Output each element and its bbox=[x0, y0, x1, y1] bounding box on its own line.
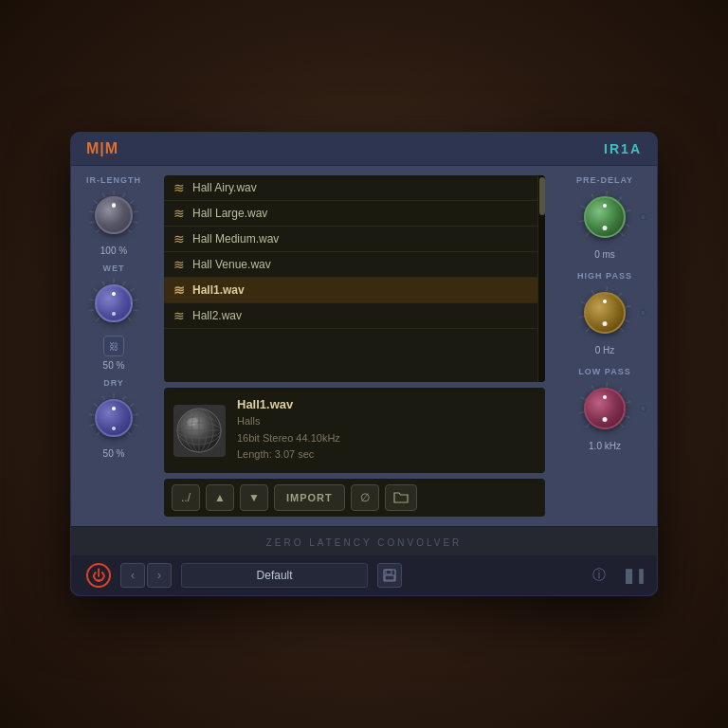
wet-knob-wrapper bbox=[87, 277, 140, 330]
prev-button[interactable]: ‹ bbox=[120, 563, 145, 588]
waveform-icon: ≋ bbox=[173, 206, 185, 221]
dry-knob-wrapper bbox=[87, 391, 140, 445]
pre-delay-knob[interactable] bbox=[584, 196, 626, 238]
preview-name: Hall1.wav bbox=[237, 397, 536, 411]
svg-line-13 bbox=[89, 300, 94, 300]
file-name: Hall Large.wav bbox=[192, 207, 267, 220]
waveform-icon: ≋ bbox=[173, 308, 185, 323]
pre-delay-section: PRE-DELAY bbox=[576, 175, 633, 260]
preset-input[interactable] bbox=[181, 563, 368, 588]
info-button[interactable]: ⓘ bbox=[587, 563, 611, 588]
power-button[interactable]: ⏻ bbox=[86, 563, 111, 588]
led-indicator bbox=[640, 406, 646, 412]
file-list: ≋ Hall Airy.wav ≋ Hall Large.wav ≋ Hall … bbox=[164, 175, 545, 382]
svg-line-26 bbox=[102, 396, 104, 400]
low-pass-section: LOW PASS bbox=[576, 367, 633, 451]
wet-label: WET bbox=[103, 264, 125, 273]
svg-line-0 bbox=[97, 229, 100, 233]
wet-section: WET bbox=[87, 264, 140, 371]
file-name: Hall1.wav bbox=[192, 283, 245, 297]
led-indicator bbox=[640, 310, 646, 317]
svg-rect-69 bbox=[386, 570, 391, 574]
dry-knob[interactable] bbox=[95, 399, 133, 437]
low-pass-knob-wrapper bbox=[576, 380, 633, 437]
low-pass-value: 1.0 kHz bbox=[589, 441, 621, 451]
waveform-icon: ≋ bbox=[173, 180, 185, 195]
save-icon bbox=[383, 569, 396, 582]
svg-line-55 bbox=[618, 293, 622, 298]
svg-line-31 bbox=[133, 424, 137, 426]
svg-line-59 bbox=[586, 424, 590, 428]
waveform-icon: ≋ bbox=[173, 282, 185, 298]
logo: M|M bbox=[86, 140, 118, 157]
up-button[interactable]: ▲ bbox=[206, 484, 234, 511]
list-item[interactable]: ≋ Hall Airy.wav bbox=[164, 175, 537, 201]
svg-line-50 bbox=[586, 328, 590, 332]
scroll-thumb[interactable] bbox=[539, 177, 545, 215]
svg-line-57 bbox=[625, 320, 630, 322]
down-button[interactable]: ▼ bbox=[240, 484, 268, 511]
back-button[interactable]: ../ bbox=[172, 484, 200, 511]
svg-line-67 bbox=[620, 424, 624, 428]
svg-line-19 bbox=[134, 300, 138, 300]
list-item-selected[interactable]: ≋ Hall1.wav bbox=[164, 278, 537, 303]
svg-line-46 bbox=[618, 197, 622, 202]
file-list-scroll[interactable]: ≋ Hall Airy.wav ≋ Hall Large.wav ≋ Hall … bbox=[164, 175, 537, 382]
preview-category: Halls bbox=[237, 413, 536, 430]
file-name: Hall Medium.wav bbox=[192, 232, 279, 246]
waveform-icon: ≋ bbox=[173, 231, 185, 246]
list-item[interactable]: ≋ Hall2.wav bbox=[164, 303, 537, 329]
signal-meter: ▐▌▐ bbox=[621, 569, 642, 583]
svg-line-4 bbox=[102, 193, 104, 197]
bottom-bar: ZERO LATENCY CONVOLVER bbox=[71, 526, 657, 555]
scrollbar[interactable] bbox=[537, 175, 545, 382]
svg-line-11 bbox=[97, 318, 100, 321]
link-button[interactable]: ⛓ bbox=[103, 336, 124, 356]
pre-delay-value: 0 ms bbox=[594, 249, 615, 260]
preview-length: Length: 3.07 sec bbox=[237, 446, 536, 464]
left-panel: IR-LENGTH bbox=[71, 166, 156, 526]
svg-line-17 bbox=[123, 282, 125, 285]
folder-button[interactable] bbox=[385, 484, 417, 511]
folder-icon bbox=[393, 491, 409, 504]
svg-line-56 bbox=[625, 306, 630, 308]
list-item[interactable]: ≋ Hall Venue.wav bbox=[164, 252, 537, 278]
import-button[interactable]: IMPORT bbox=[274, 484, 345, 511]
ir-length-section: IR-LENGTH bbox=[86, 175, 141, 256]
center-panel: ≋ Hall Airy.wav ≋ Hall Large.wav ≋ Hall … bbox=[156, 166, 553, 526]
null-button[interactable]: ∅ bbox=[351, 484, 379, 511]
list-item[interactable]: ≋ Hall Large.wav bbox=[164, 201, 537, 227]
svg-line-15 bbox=[102, 282, 104, 285]
wet-knob[interactable] bbox=[95, 284, 133, 322]
svg-line-64 bbox=[618, 389, 622, 393]
svg-line-28 bbox=[123, 396, 125, 400]
svg-line-48 bbox=[625, 225, 630, 227]
preview-thumbnail bbox=[173, 405, 226, 457]
wet-value: 50 % bbox=[103, 360, 125, 371]
svg-line-21 bbox=[128, 318, 132, 321]
next-button[interactable]: › bbox=[147, 563, 172, 588]
waveform-icon: ≋ bbox=[173, 257, 185, 272]
svg-line-8 bbox=[134, 211, 138, 212]
svg-line-10 bbox=[128, 229, 132, 233]
svg-line-14 bbox=[94, 289, 98, 292]
list-item[interactable]: ≋ Hall Medium.wav bbox=[164, 227, 537, 252]
dry-label: DRY bbox=[103, 378, 124, 388]
svg-line-47 bbox=[625, 210, 630, 212]
transport-bar: ⏻ ‹ › ⓘ ▐▌▐ bbox=[71, 555, 657, 595]
pre-delay-knob-wrapper bbox=[576, 189, 633, 246]
svg-line-18 bbox=[130, 289, 134, 292]
svg-line-22 bbox=[97, 432, 100, 436]
plugin-title: IR1A bbox=[604, 141, 642, 156]
ir-length-knob[interactable] bbox=[95, 196, 133, 234]
high-pass-knob-wrapper bbox=[576, 284, 633, 341]
toolbar: ../ ▲ ▼ IMPORT ∅ bbox=[164, 479, 545, 517]
low-pass-knob[interactable] bbox=[584, 388, 626, 429]
save-button[interactable] bbox=[377, 563, 402, 588]
svg-line-6 bbox=[123, 193, 125, 197]
svg-line-7 bbox=[130, 201, 134, 204]
svg-line-66 bbox=[625, 416, 630, 418]
ir-length-knob-wrapper bbox=[87, 189, 140, 242]
high-pass-knob[interactable] bbox=[584, 292, 626, 334]
right-panel: PRE-DELAY bbox=[553, 166, 657, 526]
